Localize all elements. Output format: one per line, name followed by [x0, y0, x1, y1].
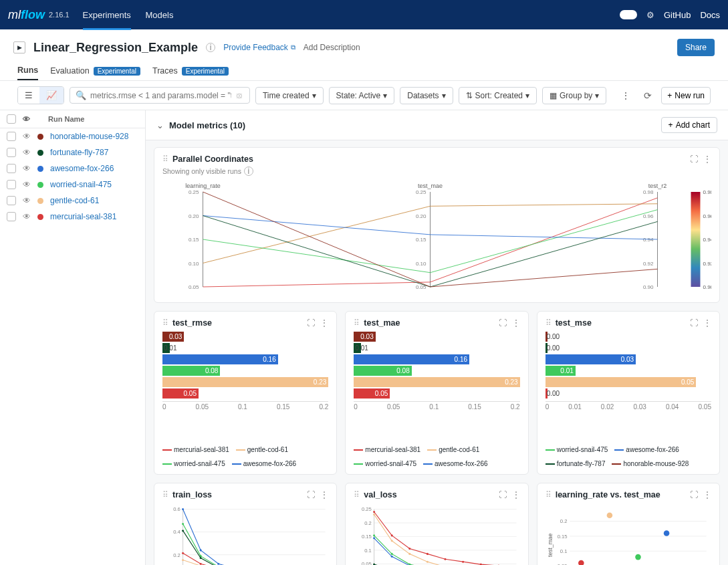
bar[interactable]: 0.01 [354, 343, 361, 353]
bar[interactable]: 0.05 [162, 388, 199, 399]
visibility-icon[interactable]: 👁 [23, 132, 31, 141]
nav-github[interactable]: GitHub [664, 10, 691, 20]
run-link[interactable]: mercurial-seal-381 [50, 212, 116, 221]
scatter-chart[interactable]: 0.050.10.150.20.050.10.150.20.25test_mae [545, 502, 711, 565]
nav-docs[interactable]: Docs [700, 10, 720, 20]
datasets-filter[interactable]: Datasets ▾ [400, 87, 453, 104]
run-checkbox[interactable] [7, 164, 16, 173]
kebab-icon[interactable]: ⋮ [320, 318, 328, 328]
expand-icon[interactable]: ⛶ [307, 318, 315, 328]
drag-handle-icon[interactable]: ⠿ [354, 318, 360, 328]
gear-icon[interactable]: ⚙ [646, 10, 654, 20]
bar[interactable]: 0.23 [162, 377, 328, 387]
bar[interactable]: 0.00 [545, 332, 548, 342]
visibility-icon[interactable]: 👁 [23, 196, 31, 205]
list-view-button[interactable]: ☰ [18, 87, 39, 104]
run-link[interactable]: awesome-fox-266 [50, 164, 114, 173]
bar-chart[interactable]: 0.030.010.160.080.230.0500.050.10.150.2 [354, 332, 519, 429]
info-icon[interactable]: i [206, 43, 215, 52]
run-link[interactable]: fortunate-fly-787 [50, 148, 108, 157]
visibility-icon[interactable]: 👁 [23, 180, 31, 189]
add-description[interactable]: Add Description [304, 43, 360, 52]
kebab-icon[interactable]: ⋮ [703, 318, 711, 328]
expand-icon[interactable]: ⛶ [499, 490, 507, 499]
theme-toggle[interactable] [620, 10, 637, 19]
collapse-icon[interactable]: ⌄ [156, 120, 164, 130]
expand-icon[interactable]: ⛶ [499, 318, 507, 328]
bar[interactable]: 0.23 [354, 377, 519, 387]
legend-item[interactable]: worried-snail-475 [545, 446, 608, 453]
kebab-icon[interactable]: ⋮ [703, 154, 711, 164]
bar[interactable]: 0.03 [162, 332, 184, 342]
legend-item[interactable]: awesome-fox-266 [423, 460, 487, 467]
nav-experiments[interactable]: Experiments [83, 10, 131, 30]
bar-chart[interactable]: 0.000.000.030.010.050.0000.010.020.030.0… [545, 332, 711, 429]
run-link[interactable]: gentle-cod-61 [50, 196, 99, 205]
bar[interactable]: 0.03 [354, 332, 375, 342]
bar[interactable]: 0.08 [162, 366, 220, 376]
run-checkbox[interactable] [7, 180, 16, 189]
drag-handle-icon[interactable]: ⠿ [162, 490, 168, 499]
select-all-checkbox[interactable] [7, 114, 16, 124]
legend-item[interactable]: mercurial-seal-381 [354, 446, 420, 453]
legend-item[interactable]: awesome-fox-266 [614, 446, 679, 453]
clear-icon[interactable]: ⦻ [235, 90, 244, 100]
nav-models[interactable]: Models [145, 10, 173, 20]
state-filter[interactable]: State: Active ▾ [329, 87, 395, 104]
drag-handle-icon[interactable]: ⠿ [162, 154, 168, 164]
expand-icon[interactable]: ⛶ [690, 318, 698, 328]
legend-item[interactable]: gentle-cod-61 [427, 446, 479, 453]
tab-runs[interactable]: Runs [17, 62, 38, 80]
legend-item[interactable]: fortunate-fly-787 [545, 460, 606, 467]
run-checkbox[interactable] [7, 148, 16, 157]
add-chart-button[interactable]: + Add chart [661, 117, 717, 133]
tab-evaluation[interactable]: EvaluationExperimental [50, 62, 140, 80]
play-icon[interactable]: ▶ [13, 41, 25, 53]
kebab-icon[interactable]: ⋮ [320, 490, 328, 499]
kebab-icon[interactable]: ⋮ [512, 318, 520, 328]
line-chart[interactable]: 00.20.40.602468 [162, 502, 328, 565]
legend-item[interactable]: worried-snail-475 [354, 460, 416, 467]
search-input[interactable] [90, 91, 231, 100]
expand-icon[interactable]: ⛶ [307, 490, 315, 499]
drag-handle-icon[interactable]: ⠿ [545, 490, 552, 499]
run-checkbox[interactable] [7, 196, 16, 205]
visibility-icon[interactable]: 👁 [23, 148, 31, 157]
line-chart[interactable]: 00.050.10.150.20.2502468 [354, 502, 519, 565]
legend-item[interactable]: honorable-mouse-928 [612, 460, 689, 467]
drag-handle-icon[interactable]: ⠿ [162, 318, 168, 328]
bar[interactable]: 0.05 [354, 388, 390, 399]
bar[interactable]: 0.00 [545, 388, 548, 399]
refresh-icon[interactable]: ⟳ [640, 88, 656, 104]
legend-item[interactable]: mercurial-seal-381 [162, 446, 229, 453]
expand-icon[interactable]: ⛶ [690, 490, 698, 499]
kebab-icon[interactable]: ⋮ [617, 88, 634, 104]
legend-item[interactable]: awesome-fox-266 [232, 460, 296, 467]
provide-feedback-link[interactable]: Provide Feedback⧉ [223, 43, 295, 52]
bar[interactable]: 0.16 [162, 354, 278, 364]
tab-traces[interactable]: TracesExperimental [152, 62, 229, 80]
visibility-icon[interactable]: 👁 [23, 164, 31, 173]
bar[interactable]: 0.01 [545, 366, 576, 376]
drag-handle-icon[interactable]: ⠿ [354, 490, 360, 499]
groupby-button[interactable]: ▦ Group by ▾ [542, 87, 606, 104]
bar[interactable]: 0.16 [354, 354, 469, 364]
visibility-icon[interactable]: 👁 [23, 212, 31, 221]
kebab-icon[interactable]: ⋮ [512, 490, 520, 499]
legend-item[interactable]: worried-snail-475 [162, 460, 225, 467]
run-link[interactable]: worried-snail-475 [50, 180, 112, 189]
expand-icon[interactable]: ⛶ [690, 154, 698, 164]
run-link[interactable]: honorable-mouse-928 [50, 132, 128, 141]
share-button[interactable]: Share [677, 39, 715, 56]
bar[interactable]: 0.03 [545, 354, 636, 364]
chart-view-button[interactable]: 📈 [39, 87, 64, 104]
sort-button[interactable]: ⇅ Sort: Created ▾ [459, 87, 537, 104]
run-checkbox[interactable] [7, 212, 16, 221]
bar[interactable]: 0.08 [354, 366, 411, 376]
drag-handle-icon[interactable]: ⠿ [545, 318, 552, 328]
bar[interactable]: 0.00 [545, 343, 548, 353]
new-run-button[interactable]: + New run [661, 87, 711, 104]
parallel-coords-chart[interactable]: learning_rate0.250.200.150.100.05test_ma… [162, 180, 711, 294]
search-box[interactable]: 🔍 ⦻ [70, 87, 250, 104]
bar[interactable]: 0.01 [162, 343, 170, 353]
